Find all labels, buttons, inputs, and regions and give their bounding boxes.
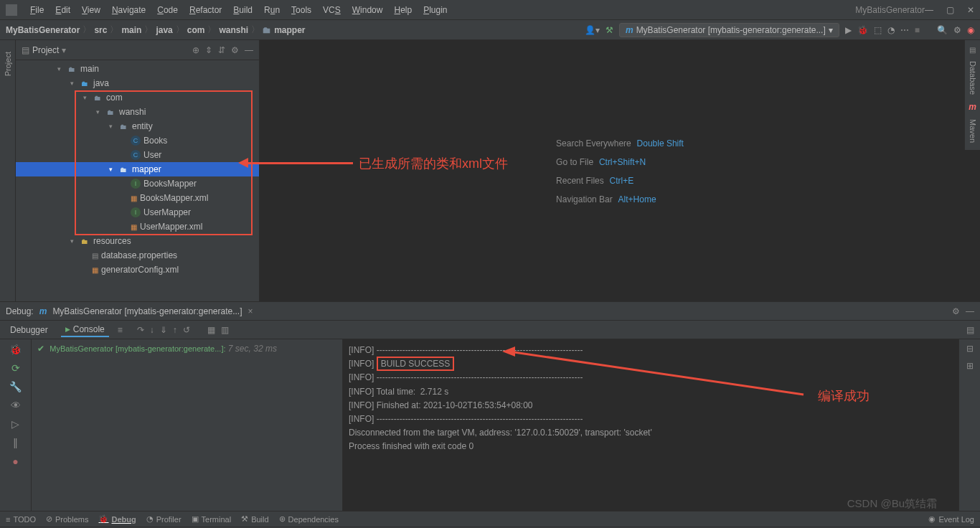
- close-icon[interactable]: ✕: [967, 5, 974, 15]
- menu-tools[interactable]: Tools: [287, 4, 316, 16]
- crumb-mapper[interactable]: mapper: [274, 25, 305, 35]
- ide-brand-icon[interactable]: ◉: [967, 25, 974, 35]
- tree-node-booksmapperxml[interactable]: ▦BooksMapper.xml: [16, 191, 259, 205]
- toolwindow-terminal[interactable]: ▣ Terminal: [192, 514, 232, 524]
- tree-node-usermapper[interactable]: IUserMapper: [16, 205, 259, 220]
- user-icon[interactable]: 👤▾: [585, 25, 600, 35]
- settings-icon[interactable]: ⚙: [953, 25, 961, 35]
- attach-icon[interactable]: ⋯: [900, 25, 909, 35]
- breadcrumb[interactable]: MyBatisGenerator〉 src〉 main〉 java〉 com〉 …: [6, 24, 306, 36]
- view-bp-icon[interactable]: 👁: [11, 400, 21, 411]
- menu-view[interactable]: View: [77, 4, 105, 16]
- project-panel-header: ▤ Project ▾ ⊕ ⇕ ⇵ ⚙ —: [16, 40, 259, 60]
- chevron-down-icon[interactable]: ▾: [62, 45, 66, 55]
- toolwindow-eventlog[interactable]: ◉ Event Log: [928, 514, 974, 524]
- console-output[interactable]: [INFO] ---------------------------------…: [343, 339, 958, 511]
- menu-file[interactable]: File: [26, 4, 48, 16]
- toolwindow-problems[interactable]: ⊘ Problems: [46, 514, 88, 524]
- resume-icon[interactable]: ⟳: [11, 362, 20, 374]
- menu-code[interactable]: Code: [153, 4, 182, 16]
- tree-node-gencfg[interactable]: ▦generatorConfig.xml: [16, 263, 259, 277]
- step-out-icon[interactable]: ↑: [173, 325, 177, 335]
- force-step-into-icon[interactable]: ⇓: [160, 325, 167, 335]
- crumb-main[interactable]: main: [121, 25, 141, 35]
- tree-node-main[interactable]: ▾🖿main: [16, 62, 259, 76]
- wrench-icon[interactable]: 🔧: [9, 381, 22, 392]
- tree-node-resources[interactable]: ▾🖿resources: [16, 234, 259, 248]
- profile-icon[interactable]: ◔: [887, 25, 895, 35]
- eval2-icon[interactable]: ▥: [221, 325, 229, 335]
- rerun-debug-icon[interactable]: 🐞: [9, 344, 22, 355]
- mute-bp-icon[interactable]: ●: [12, 456, 18, 467]
- target-icon[interactable]: ⊕: [192, 45, 199, 55]
- hammer-icon[interactable]: ⚒: [606, 25, 613, 35]
- stop-icon[interactable]: ■: [915, 25, 920, 35]
- toolwindow-project[interactable]: Project: [4, 52, 12, 76]
- pause2-icon[interactable]: ‖: [13, 437, 18, 448]
- debug-panel: Debug: m MyBatisGenerator [mybatis-gener…: [0, 301, 980, 511]
- layout-right-icon[interactable]: ⊟: [966, 344, 974, 354]
- search-icon[interactable]: 🔍: [937, 25, 948, 35]
- maximize-icon[interactable]: ▢: [946, 5, 954, 15]
- tree-node-entity[interactable]: ▾🖿entity: [16, 119, 259, 133]
- drop-frame-icon[interactable]: ↺: [183, 325, 190, 335]
- coverage-icon[interactable]: ⬚: [874, 25, 882, 35]
- menu-window[interactable]: Window: [348, 4, 387, 16]
- collapse-icon[interactable]: ⇕: [205, 45, 212, 55]
- debug-tabs: Debugger ▶Console ≡ ↷ ↓ ⇓ ↑ ↺ ▦ ▥ ▤: [0, 321, 980, 339]
- toolwindow-build[interactable]: ⚒ Build: [241, 514, 268, 524]
- step-into-icon[interactable]: ↓: [150, 325, 154, 335]
- hint-recent-label: Recent Files: [556, 176, 604, 186]
- tab-debugger[interactable]: Debugger: [6, 324, 52, 336]
- debug-config-label[interactable]: MyBatisGenerator [mybatis-generator:gene…: [52, 306, 242, 316]
- debug-gear-icon[interactable]: ⚙: [952, 306, 960, 316]
- layout-icon[interactable]: ▤: [966, 325, 974, 335]
- tree-node-com[interactable]: ▾🖿com: [16, 90, 259, 105]
- tree-node-usermapperxml[interactable]: ▦UserMapper.xml: [16, 220, 259, 234]
- step-over-icon[interactable]: ↷: [137, 325, 144, 335]
- menu-edit[interactable]: Edit: [51, 4, 75, 16]
- eval-icon[interactable]: ▦: [207, 325, 215, 335]
- run-icon[interactable]: ▶: [845, 25, 852, 35]
- toolwindow-maven[interactable]: Maven: [969, 119, 977, 143]
- tab-console[interactable]: ▶Console: [61, 323, 109, 337]
- menu-help[interactable]: Help: [390, 4, 416, 16]
- toolwindow-todo[interactable]: ≡ TODO: [6, 515, 36, 524]
- project-panel-title[interactable]: Project: [32, 45, 59, 55]
- tree-node-mapper[interactable]: ▾🖿mapper: [16, 162, 259, 176]
- tree-node-wanshi[interactable]: ▾🖿wanshi: [16, 105, 259, 119]
- close-tab-icon[interactable]: ×: [248, 306, 253, 316]
- debug-hide-icon[interactable]: —: [966, 306, 974, 316]
- tree-node-user[interactable]: CUser: [16, 148, 259, 162]
- tab-more-icon[interactable]: ≡: [118, 325, 123, 335]
- console-line: Process finished with exit code 0: [349, 440, 953, 453]
- run-config-selector[interactable]: m MyBatisGenerator [mybatis-generator:ge…: [619, 23, 839, 37]
- tree-node-dbprops[interactable]: ▤database.properties: [16, 248, 259, 263]
- crumb-java[interactable]: java: [156, 25, 172, 35]
- tree-node-booksmapper[interactable]: IBooksMapper: [16, 176, 259, 191]
- menu-plugin[interactable]: Plugin: [419, 4, 451, 16]
- pause-icon[interactable]: ▷: [11, 418, 19, 430]
- crumb-root[interactable]: MyBatisGenerator: [6, 25, 80, 35]
- debug-icon[interactable]: 🐞: [857, 25, 868, 35]
- tree-node-books[interactable]: CBooks: [16, 133, 259, 148]
- toolwindow-database[interactable]: Database: [969, 61, 977, 95]
- menu-build[interactable]: Build: [229, 4, 257, 16]
- toolwindow-debug[interactable]: 🐞 Debug: [98, 514, 136, 524]
- crumb-src[interactable]: src: [94, 25, 107, 35]
- tree-node-java[interactable]: ▾🖿java: [16, 76, 259, 90]
- menu-navigate[interactable]: Navigate: [108, 4, 150, 16]
- crumb-com[interactable]: com: [187, 25, 205, 35]
- expand-icon[interactable]: ⇵: [218, 45, 225, 55]
- panel-gear-icon[interactable]: ⚙: [231, 45, 239, 55]
- minimize-icon[interactable]: —: [925, 5, 933, 15]
- menu-refactor[interactable]: Refactor: [185, 4, 226, 16]
- menu-run[interactable]: Run: [260, 4, 284, 16]
- menu-vcs[interactable]: VCS: [319, 4, 345, 16]
- layout-bottom-icon[interactable]: ⊞: [966, 361, 974, 371]
- panel-hide-icon[interactable]: —: [245, 45, 253, 55]
- toolwindow-dependencies[interactable]: ⊛ Dependencies: [279, 514, 339, 524]
- toolwindow-profiler[interactable]: ◔ Profiler: [146, 514, 182, 524]
- crumb-wanshi[interactable]: wanshi: [219, 25, 248, 35]
- project-tree[interactable]: ▾🖿main ▾🖿java ▾🖿com ▾🖿wanshi ▾🖿entity CB…: [16, 60, 259, 301]
